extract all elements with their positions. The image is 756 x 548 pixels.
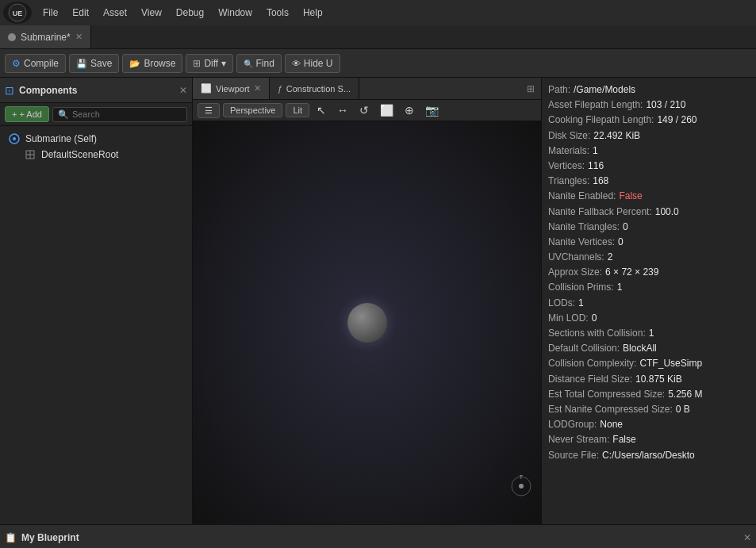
info-key: Sections with Collision:: [548, 326, 646, 341]
info-value: /Game/Models: [574, 82, 635, 98]
diff-label: Diff ▾: [204, 58, 225, 69]
info-row: LODs:1: [548, 296, 750, 311]
info-row: Asset Filepath Length:103 / 210: [548, 98, 750, 113]
find-button[interactable]: Find: [236, 54, 282, 73]
menu-window[interactable]: Window: [212, 4, 259, 21]
blueprint-panel: 📋 My Blueprint ✕ + + Add 🔍 ⚙: [0, 525, 756, 548]
svg-text:T: T: [520, 474, 524, 480]
menu-asset[interactable]: Asset: [97, 4, 133, 21]
viewport-expand-icon[interactable]: ⊞: [524, 82, 538, 96]
tab-close-icon[interactable]: ✕: [75, 32, 83, 42]
menu-file[interactable]: File: [36, 4, 64, 21]
compile-button[interactable]: Compile: [5, 54, 66, 73]
components-search-input[interactable]: [72, 109, 182, 119]
info-value: 1: [593, 144, 598, 159]
info-row: Nanite Vertices:0: [548, 235, 750, 250]
info-key: Disk Size:: [548, 128, 590, 144]
snap-button[interactable]: ⊕: [401, 102, 418, 118]
submarine-label: Submarine (Self): [25, 133, 97, 144]
info-key: Asset Filepath Length:: [548, 98, 643, 113]
info-row: LODGroup:None: [548, 417, 750, 432]
components-tree: Submarine (Self) DefaultSceneRoot: [0, 126, 192, 524]
info-value: 6 × 72 × 239: [605, 265, 658, 280]
info-row: Collision Prims:1: [548, 280, 750, 295]
info-row: Min LOD:0: [548, 311, 750, 326]
construction-tab-label: Construction S...: [286, 84, 351, 94]
ue-logo: UE: [3, 2, 32, 24]
info-row: Distance Field Size:10.875 KiB: [548, 372, 750, 387]
browse-button[interactable]: Browse: [122, 54, 182, 73]
menu-edit[interactable]: Edit: [66, 4, 95, 21]
submarine-model: [347, 303, 387, 343]
info-value: C:/Users/larso/Deskto: [602, 448, 695, 463]
tab-submarine[interactable]: Submarine* ✕: [0, 25, 91, 48]
blueprint-icon: 📋: [5, 532, 17, 543]
viewport-tabs: ⬜ Viewport ✕ ƒ Construction S... ⊞: [193, 78, 541, 100]
info-value: 0 B: [676, 402, 690, 417]
info-value: 22.492 KiB: [593, 128, 640, 144]
menu-debug[interactable]: Debug: [170, 4, 210, 21]
find-label: Find: [256, 58, 274, 69]
tree-item-defaultsceneroot[interactable]: DefaultSceneRoot: [21, 147, 187, 163]
components-panel-close[interactable]: ✕: [179, 85, 187, 96]
rotate-button[interactable]: ↺: [355, 102, 373, 118]
info-row: Est Nanite Compressed Size:0 B: [548, 402, 750, 417]
viewport-toolbar: ☰ Perspective Lit ↖ ↔ ↺ ⬜ ⊕ 📷: [193, 100, 541, 121]
info-key: Never Stream:: [548, 432, 609, 447]
perspective-button[interactable]: Perspective: [223, 103, 282, 117]
lit-button[interactable]: Lit: [286, 103, 309, 117]
add-icon: +: [12, 109, 17, 119]
info-value: 5.256 M: [668, 387, 702, 402]
info-value: 100.0: [655, 205, 679, 220]
components-panel-title: Components: [19, 85, 175, 96]
save-button[interactable]: Save: [69, 54, 119, 73]
construction-icon: ƒ: [278, 84, 282, 94]
viewport-close-icon[interactable]: ✕: [254, 83, 261, 94]
translate-button[interactable]: ↔: [333, 102, 352, 118]
tree-item-submarine[interactable]: Submarine (Self): [5, 131, 187, 147]
tab-construction-script[interactable]: ƒ Construction S...: [270, 78, 359, 99]
viewport-tab-label: Viewport: [216, 84, 250, 94]
info-key: Default Collision:: [548, 341, 620, 356]
save-label: Save: [90, 58, 112, 69]
info-value: False: [612, 432, 635, 447]
menu-tools[interactable]: Tools: [260, 4, 295, 21]
svg-text:UE: UE: [13, 10, 23, 17]
bottom-section: 📋 My Blueprint ✕ + + Add 🔍 ⚙ + + Add ↓: [0, 524, 756, 548]
scale-button[interactable]: ⬜: [376, 102, 397, 118]
info-row: Path:/Game/Models: [548, 82, 750, 98]
hide-button[interactable]: Hide U: [285, 54, 340, 73]
components-search-box[interactable]: 🔍: [52, 107, 187, 122]
info-row: Collision Complexity:CTF_UseSimp: [548, 356, 750, 371]
svg-point-8: [519, 484, 524, 489]
compile-label: Compile: [24, 58, 59, 69]
cursor-mode-button[interactable]: ↖: [313, 102, 330, 118]
main-toolbar: Compile Save Browse Diff ▾ Find Hide U: [0, 49, 756, 78]
info-value: 103 / 210: [646, 98, 685, 113]
info-key: Materials:: [548, 144, 589, 159]
diff-button[interactable]: Diff ▾: [186, 54, 232, 73]
info-row: Approx Size:6 × 72 × 239: [548, 265, 750, 280]
blueprint-close-icon[interactable]: ✕: [743, 532, 751, 543]
info-key: Path:: [548, 82, 570, 98]
info-value: 168: [593, 174, 608, 189]
save-icon: [76, 58, 87, 69]
info-row: Vertices:116: [548, 159, 750, 174]
camera-button[interactable]: 📷: [421, 102, 443, 118]
scene-root-icon: [24, 148, 36, 161]
info-key: Collision Prims:: [548, 280, 614, 295]
info-value: 0: [623, 220, 628, 235]
info-row: Materials:1: [548, 144, 750, 159]
menu-help[interactable]: Help: [297, 4, 329, 21]
tab-label: Submarine*: [21, 32, 71, 43]
viewport-canvas[interactable]: T: [193, 121, 541, 524]
add-component-button[interactable]: + + Add: [5, 106, 49, 122]
components-panel: ⊡ Components ✕ + + Add 🔍 Submarine (Self…: [0, 78, 193, 524]
hide-icon: [292, 58, 301, 69]
tab-viewport[interactable]: ⬜ Viewport ✕: [193, 78, 270, 99]
menu-view[interactable]: View: [135, 4, 168, 21]
components-panel-icon: ⊡: [5, 84, 14, 97]
find-icon: [244, 58, 253, 69]
viewport-menu-button[interactable]: ☰: [198, 103, 220, 118]
info-row: Est Total Compressed Size:5.256 M: [548, 387, 750, 402]
